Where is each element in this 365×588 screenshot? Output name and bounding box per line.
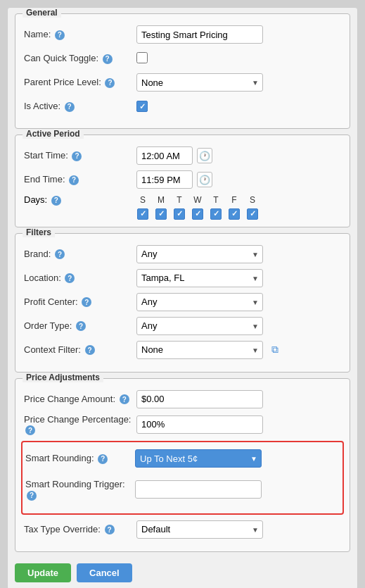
monday-checkbox[interactable] <box>155 208 167 220</box>
context-filter-label: Context Filter: ? <box>24 344 136 356</box>
day-cb-saturday <box>246 208 259 220</box>
quick-toggle-label: Can Quick Toggle: ? <box>24 53 136 64</box>
end-time-clock-icon[interactable]: 🕐 <box>197 172 212 187</box>
price-change-amount-row: Price Change Amount: ? <box>24 390 341 408</box>
update-button[interactable]: Update <box>15 563 71 582</box>
smart-rounding-trigger-help-icon[interactable]: ? <box>27 491 37 501</box>
wednesday-checkbox[interactable] <box>192 208 203 220</box>
general-section: General Name: ? Can Quick Toggle: ? <box>15 13 350 129</box>
days-letters: S M T W T F S <box>136 195 259 205</box>
price-change-amount-input[interactable] <box>136 390 263 408</box>
context-filter-external-link-icon[interactable]: ⧉ <box>267 342 283 358</box>
is-active-help-icon[interactable]: ? <box>65 102 75 112</box>
start-time-help-icon[interactable]: ? <box>72 151 82 161</box>
price-change-percentage-help-icon[interactable]: ? <box>25 425 35 435</box>
context-filter-row: Context Filter: ? None ⧉ <box>24 341 341 359</box>
active-period-section-title: Active Period <box>23 129 84 139</box>
price-adjustments-section-title: Price Adjustments <box>23 373 103 382</box>
is-active-checkbox[interactable] <box>136 101 148 112</box>
is-active-control <box>136 101 341 113</box>
end-time-input[interactable] <box>136 170 193 189</box>
order-type-select[interactable]: Any <box>136 317 263 335</box>
order-type-select-wrapper: Any <box>136 317 263 335</box>
profit-center-help-icon[interactable]: ? <box>82 297 91 307</box>
tax-type-override-help-icon[interactable]: ? <box>105 525 115 534</box>
thursday-checkbox[interactable] <box>210 208 222 220</box>
days-label: Days: ? <box>24 194 136 206</box>
start-time-clock-icon[interactable]: 🕐 <box>197 148 212 163</box>
sunday-checkbox[interactable] <box>137 208 148 220</box>
order-type-help-icon[interactable]: ? <box>76 321 86 331</box>
smart-rounding-trigger-input[interactable] <box>135 480 262 499</box>
saturday-checkbox[interactable] <box>247 208 258 220</box>
price-adjustments-section: Price Adjustments Price Change Amount: ?… <box>15 378 350 552</box>
day-letter-t1: T <box>173 195 186 205</box>
smart-rounding-select[interactable]: Up To Next 5¢ Up To Next 10¢ Up To Next … <box>135 449 262 468</box>
location-select-wrapper: Tampa, FL <box>136 269 263 287</box>
filters-section: Filters Brand: ? Any Lo <box>15 233 350 373</box>
brand-control: Any <box>136 245 341 263</box>
day-cb-tuesday <box>173 208 186 220</box>
smart-rounding-control: Up To Next 5¢ Up To Next 10¢ Up To Next … <box>135 449 338 468</box>
smart-rounding-trigger-label: Smart Rounding Trigger: ? <box>23 479 135 501</box>
days-row: Days: ? S M T W T F S <box>24 194 341 206</box>
name-help-icon[interactable]: ? <box>55 30 65 40</box>
parent-price-level-help-icon[interactable]: ? <box>105 78 115 88</box>
profit-center-select[interactable]: Any <box>136 293 263 311</box>
end-time-label: End Time: ? <box>24 174 136 185</box>
profit-center-select-wrapper: Any <box>136 293 263 311</box>
order-type-label: Order Type: ? <box>24 320 136 332</box>
start-time-input[interactable] <box>136 146 193 165</box>
price-change-percentage-input[interactable] <box>136 415 263 434</box>
quick-toggle-help-icon[interactable]: ? <box>103 54 113 64</box>
day-cb-wednesday <box>191 208 204 220</box>
days-checkboxes <box>136 208 341 220</box>
order-type-row: Order Type: ? Any <box>24 317 341 335</box>
start-time-label: Start Time: ? <box>24 150 136 161</box>
start-time-row: Start Time: ? 🕐 <box>24 146 341 165</box>
location-help-icon[interactable]: ? <box>65 273 75 283</box>
brand-select[interactable]: Any <box>136 245 263 263</box>
price-change-percentage-control <box>136 415 341 434</box>
day-letter-s1: S <box>136 195 149 205</box>
start-time-group: 🕐 <box>136 146 341 165</box>
day-letter-t2: T <box>210 195 222 205</box>
location-select[interactable]: Tampa, FL <box>136 269 263 287</box>
context-filter-help-icon[interactable]: ? <box>85 345 95 355</box>
tuesday-checkbox[interactable] <box>174 208 185 220</box>
end-time-help-icon[interactable]: ? <box>69 175 79 185</box>
brand-help-icon[interactable]: ? <box>55 249 65 259</box>
quick-toggle-row: Can Quick Toggle: ? <box>24 49 341 68</box>
tax-type-override-select-wrapper: Default <box>136 520 263 539</box>
active-period-section: Active Period Start Time: ? 🕐 End Tim <box>15 135 350 227</box>
parent-price-level-select-wrapper: None Level 1 Level 2 <box>136 73 263 92</box>
location-control: Tampa, FL <box>136 269 341 287</box>
cancel-button[interactable]: Cancel <box>77 563 132 582</box>
days-help-icon[interactable]: ? <box>51 196 61 206</box>
name-control <box>136 25 341 44</box>
name-input[interactable] <box>136 25 263 44</box>
quick-toggle-control <box>136 52 341 65</box>
quick-toggle-checkbox[interactable] <box>136 52 148 63</box>
is-active-label: Is Active: ? <box>24 101 136 112</box>
profit-center-control: Any <box>136 293 341 311</box>
name-label: Name: ? <box>24 29 136 40</box>
filters-section-title: Filters <box>23 227 55 237</box>
parent-price-level-control: None Level 1 Level 2 <box>136 73 341 92</box>
parent-price-level-row: Parent Price Level: ? None Level 1 Level… <box>24 73 341 92</box>
end-time-control: 🕐 <box>136 170 341 189</box>
smart-rounding-trigger-row: Smart Rounding Trigger: ? <box>23 476 338 503</box>
tax-type-override-row: Tax Type Override: ? Default <box>24 520 341 539</box>
price-change-percentage-label: Price Change Percentage: ? <box>24 414 136 436</box>
brand-label: Brand: ? <box>24 249 136 260</box>
general-section-title: General <box>23 8 61 18</box>
context-filter-select[interactable]: None <box>136 341 263 359</box>
smart-rounding-help-icon[interactable]: ? <box>98 454 108 464</box>
order-type-control: Any <box>136 317 341 335</box>
form-container: General Name: ? Can Quick Toggle: ? <box>7 7 358 588</box>
tax-type-override-select[interactable]: Default <box>136 520 263 539</box>
friday-checkbox[interactable] <box>229 208 240 220</box>
price-change-amount-help-icon[interactable]: ? <box>120 394 129 404</box>
brand-row: Brand: ? Any <box>24 245 341 263</box>
parent-price-level-select[interactable]: None Level 1 Level 2 <box>136 73 263 92</box>
